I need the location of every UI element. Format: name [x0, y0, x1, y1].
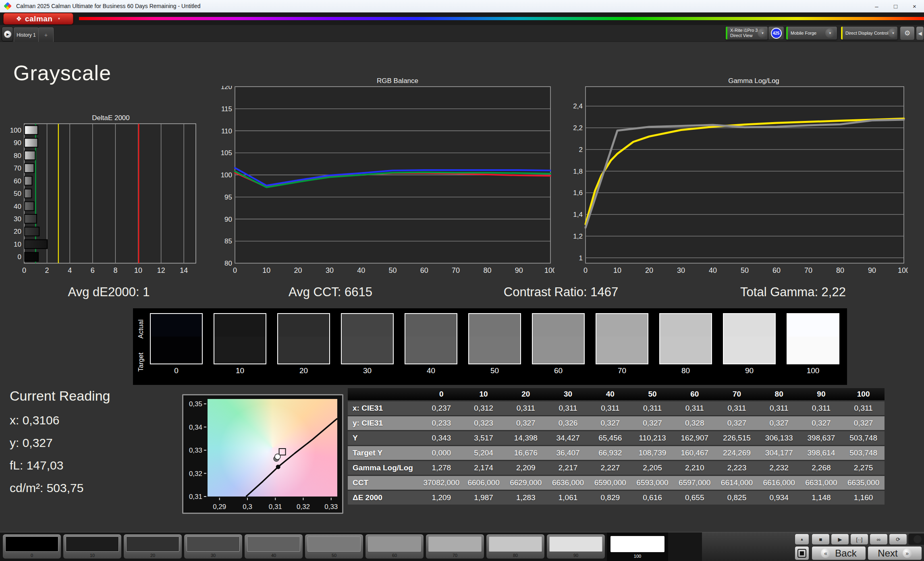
table-cell: 3,517	[463, 434, 505, 443]
actual-row-label: Actual	[137, 312, 145, 345]
level-swatch	[428, 536, 482, 552]
reading-fl: fL: 147,03	[10, 459, 110, 472]
level-button-20[interactable]: 20	[123, 534, 182, 559]
svg-text:0: 0	[18, 253, 21, 261]
play-icon: ▶	[838, 536, 842, 542]
settings-button[interactable]: ⚙	[900, 26, 915, 40]
level-button-80[interactable]: 80	[486, 534, 545, 559]
meter-select-display-control[interactable]: Direct Display Control ▼	[841, 26, 898, 40]
expand-tray-button[interactable]: ▲	[795, 534, 809, 545]
svg-text:90: 90	[224, 216, 232, 223]
table-cell: 0,327	[505, 419, 547, 428]
table-cell: 2,275	[842, 463, 885, 472]
pattern-window-button[interactable]	[795, 546, 809, 560]
current-reading-heading: Current Reading	[10, 388, 110, 404]
table-cell: 0,328	[673, 419, 716, 428]
step-read-button[interactable]: [··]	[850, 534, 868, 545]
meter-label-line2: Direct View	[730, 33, 758, 38]
svg-text:70: 70	[804, 266, 812, 274]
level-label: 10	[90, 553, 95, 558]
bottom-toolbar: 0102030405060708090100 ▲ ■ ▶ [··] ∞ ⟳ « …	[0, 532, 924, 561]
level-button-100[interactable]: 100	[607, 532, 668, 561]
meter-label: Direct Display Control	[845, 31, 888, 36]
column-header: 30	[547, 390, 589, 399]
level-label: 30	[211, 553, 216, 558]
add-tab-button[interactable]: +	[38, 27, 54, 42]
svg-text:0,33: 0,33	[189, 447, 202, 454]
meter-label-line1: X-Rite i1Pro 3	[730, 28, 758, 33]
meter-status-indicator	[726, 27, 727, 39]
table-row: Y0,3433,51714,39834,42765,456110,213162,…	[348, 431, 885, 445]
table-row: Gamma Log/Log1,2782,1742,2092,2172,2272,…	[348, 461, 885, 475]
svg-text:115: 115	[221, 105, 232, 113]
svg-text:12: 12	[157, 266, 165, 274]
level-swatch	[5, 536, 58, 552]
table-cell: 0,326	[547, 419, 589, 428]
table-cell: 398,614	[800, 449, 843, 457]
svg-text:60: 60	[420, 266, 428, 274]
svg-text:0,35: 0,35	[189, 400, 202, 408]
table-cell: 0,311	[758, 404, 800, 413]
reading-cdm2: cd/m²: 503,75	[10, 481, 110, 495]
level-button-10[interactable]: 10	[63, 534, 122, 559]
back-button[interactable]: « Back	[812, 546, 866, 560]
svg-text:2: 2	[579, 146, 583, 154]
level-button-30[interactable]: 30	[184, 534, 243, 559]
table-cell: 1,283	[505, 493, 547, 502]
window-titlebar: Calman 2025 Calman Ultimate for Business…	[0, 0, 924, 12]
level-button-60[interactable]: 60	[365, 534, 424, 559]
continuous-read-button[interactable]: ∞	[870, 534, 888, 545]
sidebar-expander-button[interactable]: ▶	[2, 27, 13, 42]
level-swatch	[66, 536, 119, 552]
level-label: 40	[271, 553, 276, 558]
close-icon[interactable]: ×	[905, 0, 924, 12]
table-cell: 0,327	[631, 419, 674, 428]
level-label: 70	[453, 553, 457, 558]
tab-bar: ▶ History 1 + X-Rite i1Pro 3 Direct View…	[0, 25, 924, 42]
status-indicator-circle	[914, 535, 922, 543]
svg-text:0,34: 0,34	[189, 424, 202, 431]
play-button[interactable]: ▶	[831, 534, 849, 545]
level-button-90[interactable]: 90	[546, 534, 605, 559]
table-cell: 2,217	[547, 463, 589, 472]
level-button-strip: 0102030405060708090100	[0, 532, 702, 561]
svg-text:0,33: 0,33	[324, 503, 338, 511]
level-button-40[interactable]: 40	[244, 534, 303, 559]
level-button-0[interactable]: 0	[2, 534, 61, 559]
calman-menu-button[interactable]: ❖ calman ▼	[3, 13, 73, 25]
table-cell: 0,327	[716, 419, 758, 428]
tab-history-1[interactable]: History 1	[14, 27, 39, 42]
next-button[interactable]: Next »	[868, 546, 922, 560]
level-button-70[interactable]: 70	[426, 534, 484, 559]
minimize-icon[interactable]: –	[867, 0, 886, 12]
svg-text:4: 4	[68, 266, 72, 274]
meter-count-button[interactable]: 425	[768, 26, 784, 40]
row-label: CCT	[348, 478, 420, 487]
row-label: Y	[348, 434, 420, 443]
stop-button[interactable]: ■	[812, 534, 830, 545]
level-swatch	[307, 536, 361, 552]
meter-select-i1pro[interactable]: X-Rite i1Pro 3 Direct View ▼	[725, 26, 768, 40]
svg-text:50: 50	[741, 266, 749, 274]
table-row: ΔE 20001,2091,9871,2831,0610,8290,6160,6…	[348, 491, 885, 505]
svg-text:1,6: 1,6	[573, 189, 583, 197]
svg-text:95: 95	[224, 193, 232, 201]
app-icon	[4, 2, 12, 10]
level-swatch	[549, 536, 602, 552]
table-cell: 1,209	[420, 493, 463, 502]
table-cell: 304,177	[758, 449, 800, 457]
level-button-50[interactable]: 50	[305, 534, 363, 559]
svg-text:20: 20	[14, 228, 21, 235]
meter-select-mobile-forge[interactable]: Mobile Forge ▼	[786, 26, 837, 40]
svg-text:30: 30	[677, 266, 685, 274]
stop-icon: ■	[819, 536, 822, 542]
refresh-button[interactable]: ⟳	[889, 534, 907, 545]
maximize-icon[interactable]: □	[886, 0, 905, 12]
avg-cct-stat: Avg CCT: 6615	[289, 285, 372, 299]
svg-text:1,8: 1,8	[573, 168, 583, 175]
table-cell: 6597,000	[673, 478, 716, 487]
svg-text:10: 10	[134, 266, 142, 274]
table-cell: 108,739	[631, 449, 674, 457]
collapse-panel-button[interactable]: ◀	[916, 26, 924, 40]
table-cell: 0,616	[631, 493, 674, 502]
